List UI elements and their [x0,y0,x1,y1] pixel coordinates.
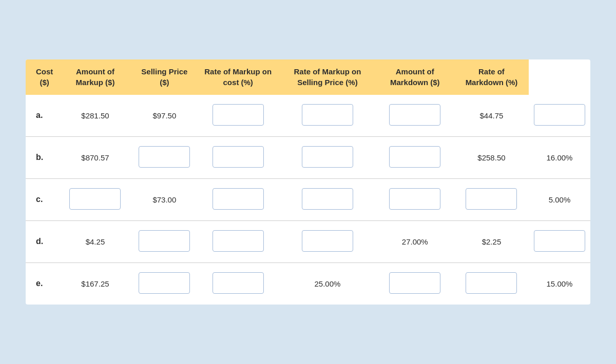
header-amount-markdown: Amount of Markdown ($) [376,59,454,95]
cell-value: 25.00% [314,279,340,288]
cell-row4-sellingPrice [197,262,279,305]
cell-row2-rateMarkupCost [279,178,375,220]
input-box-row0-rateMarkupCost[interactable] [302,104,353,126]
cell-row0-rateMarkupCost [279,95,375,137]
cell-value: $2.25 [482,237,502,246]
cell-row3-label: d. [26,220,58,262]
main-table-container: Cost ($) Amount of Markup ($) Selling Pr… [26,59,590,305]
cell-row0-amountMarkdown: $44.75 [454,95,529,137]
table-row: d.$4.2527.00%$2.25 [26,220,590,262]
cell-value: 5.00% [549,195,571,204]
markup-markdown-table: Cost ($) Amount of Markup ($) Selling Pr… [26,59,590,305]
cell-row3-amountMarkdown: $2.25 [454,220,529,262]
input-box-row1-amountMarkup[interactable] [139,146,190,168]
input-box-row4-amountMarkdown[interactable] [466,272,517,294]
cell-row3-rateMarkdown [529,220,590,262]
cell-row0-rateMarkupSelling [376,95,454,137]
row-label-text: a. [36,111,43,119]
header-rate-markup-cost: Rate of Markup on cost (%) [197,59,279,95]
cell-row2-label: c. [26,178,58,220]
input-box-row1-rateMarkupSelling[interactable] [389,146,440,168]
table-row: a.$281.50$97.50$44.75 [26,95,590,137]
cell-row1-amountMarkup [132,136,197,178]
header-cost: Cost ($) [26,59,58,95]
cell-row3-rateMarkupSelling: 27.00% [376,220,454,262]
cell-value: 16.00% [547,153,573,162]
header-amount-markup: Amount of Markup ($) [58,59,132,95]
row-label-text: b. [36,153,43,161]
cell-value: $73.00 [152,195,176,204]
input-box-row3-rateMarkdown[interactable] [534,230,585,252]
cell-value: $44.75 [480,111,504,120]
cell-row3-amountMarkup [132,220,197,262]
input-box-row3-amountMarkup[interactable] [139,230,190,252]
header-rate-markup-selling: Rate of Markup on Selling Price (%) [279,59,375,95]
cell-row1-amountMarkdown: $258.50 [454,136,529,178]
cell-row0-amountMarkup: $97.50 [132,95,197,137]
header-selling-price: Selling Price ($) [132,59,197,95]
table-header-row: Cost ($) Amount of Markup ($) Selling Pr… [26,59,590,95]
cell-row0-cost: $281.50 [58,95,132,137]
input-box-row1-rateMarkupCost[interactable] [302,146,353,168]
cell-row2-rateMarkupSelling [376,178,454,220]
cell-row1-sellingPrice [197,136,279,178]
cell-row4-label: e. [26,262,58,305]
table-row: c.$73.005.00% [26,178,590,220]
table-row: e.$167.2525.00%15.00% [26,262,590,305]
cell-row4-rateMarkupCost: 25.00% [279,262,375,305]
cell-row2-amountMarkdown [454,178,529,220]
cell-value: $167.25 [81,279,109,288]
cell-value: 27.00% [402,237,428,246]
input-box-row2-cost[interactable] [69,188,121,210]
cell-value: $281.50 [81,111,109,120]
row-label-text: e. [36,279,43,288]
input-box-row2-rateMarkupCost[interactable] [302,188,353,210]
cell-value: $870.57 [81,153,109,162]
cell-row4-cost: $167.25 [58,262,132,305]
cell-row3-rateMarkupCost [279,220,375,262]
row-label-text: c. [36,195,43,204]
cell-row0-label: a. [26,95,58,137]
input-box-row4-rateMarkupSelling[interactable] [389,272,440,294]
input-box-row3-sellingPrice[interactable] [213,230,264,252]
cell-row4-rateMarkupSelling [376,262,454,305]
cell-value: $4.25 [86,237,105,246]
input-box-row2-rateMarkupSelling[interactable] [389,188,440,210]
input-box-row2-amountMarkdown[interactable] [466,188,517,210]
cell-row3-sellingPrice [197,220,279,262]
cell-row1-rateMarkdown: 16.00% [529,136,590,178]
input-box-row4-sellingPrice[interactable] [213,272,264,294]
input-box-row1-sellingPrice[interactable] [213,146,264,168]
input-box-row2-sellingPrice[interactable] [213,188,264,210]
row-label-text: d. [36,237,43,246]
cell-row2-amountMarkup: $73.00 [132,178,197,220]
cell-row1-cost: $870.57 [58,136,132,178]
cell-row1-label: b. [26,136,58,178]
cell-row2-cost [58,178,132,220]
cell-value: $97.50 [152,111,176,120]
cell-row4-rateMarkdown: 15.00% [529,262,590,305]
cell-row2-sellingPrice [197,178,279,220]
cell-row0-rateMarkdown [529,95,590,137]
cell-value: $258.50 [477,153,505,162]
cell-row1-rateMarkupSelling [376,136,454,178]
table-row: b.$870.57$258.5016.00% [26,136,590,178]
header-rate-markdown: Rate of Markdown (%) [454,59,529,95]
input-box-row4-amountMarkup[interactable] [139,272,190,294]
cell-row1-rateMarkupCost [279,136,375,178]
cell-row4-amountMarkdown [454,262,529,305]
input-box-row0-sellingPrice[interactable] [213,104,264,126]
cell-row4-amountMarkup [132,262,197,305]
cell-value: 15.00% [547,279,573,288]
cell-row2-rateMarkdown: 5.00% [529,178,590,220]
cell-row0-sellingPrice [197,95,279,137]
input-box-row0-rateMarkupSelling[interactable] [389,104,440,126]
input-box-row3-rateMarkupCost[interactable] [302,230,353,252]
input-box-row0-rateMarkdown[interactable] [534,104,585,126]
cell-row3-cost: $4.25 [58,220,132,262]
